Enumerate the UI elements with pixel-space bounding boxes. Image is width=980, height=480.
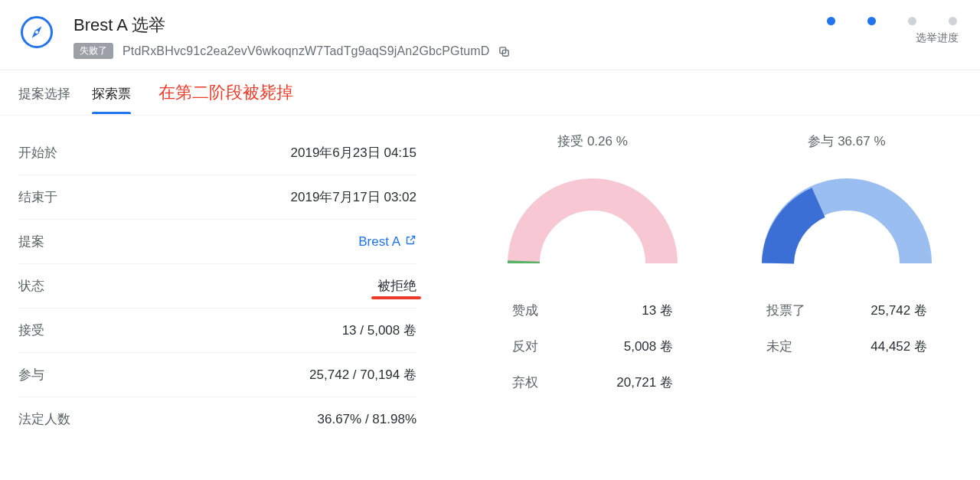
label-start: 开始於 <box>18 144 57 162</box>
progress-dot-1 <box>827 17 835 25</box>
row-end: 结束于 2019年7月17日 03:02 <box>18 175 416 220</box>
value-participate: 25,742 / 70,194 卷 <box>309 366 416 384</box>
app-logo <box>18 14 55 51</box>
label-proposal: 提案 <box>18 233 44 250</box>
accept-no-label: 反对 <box>512 338 538 355</box>
participate-voted-value: 25,742 卷 <box>871 302 927 319</box>
accept-abstain-label: 弃权 <box>512 374 538 391</box>
accept-no-value: 5,008 卷 <box>624 338 673 355</box>
accept-yes-label: 赞成 <box>512 302 538 319</box>
label-quorum: 法定人数 <box>18 410 70 428</box>
participate-voted-row: 投票了 25,742 卷 <box>766 292 927 328</box>
content-panel: 开始於 2019年6月23日 04:15 结束于 2019年7月17日 03:0… <box>0 115 980 459</box>
participate-chart-title: 参与 36.67 % <box>808 132 885 150</box>
election-progress: 选举进度 <box>827 17 962 45</box>
progress-label: 选举进度 <box>916 31 959 45</box>
value-start: 2019年6月23日 04:15 <box>291 144 416 162</box>
row-proposal: 提案 Brest A <box>18 220 416 264</box>
value-accept: 13 / 5,008 卷 <box>342 322 416 339</box>
row-start: 开始於 2019年6月23日 04:15 <box>18 131 416 175</box>
tab-proposal[interactable]: 提案选择 <box>18 72 70 113</box>
row-status: 状态 被拒绝 <box>18 264 416 309</box>
details-list: 开始於 2019年6月23日 04:15 结束于 2019年7月17日 03:0… <box>18 131 416 441</box>
tabs: 提案选择 探索票 在第二阶段被毙掉 <box>0 70 980 115</box>
accept-no-row: 反对 5,008 卷 <box>512 328 673 364</box>
external-link-icon <box>405 234 416 250</box>
participate-undecided-value: 44,452 卷 <box>871 338 927 355</box>
status-badge-failed: 失败了 <box>74 43 113 59</box>
accept-chart-title: 接受 0.26 % <box>557 132 628 150</box>
participate-undecided-row: 未定 44,452 卷 <box>766 328 927 364</box>
label-accept: 接受 <box>18 322 44 339</box>
value-end: 2019年7月17日 03:02 <box>291 188 416 206</box>
label-participate: 参与 <box>18 366 44 384</box>
progress-dot-3 <box>908 17 916 25</box>
label-end: 结束于 <box>18 188 57 206</box>
accept-chart: 接受 0.26 % 赞成 13 卷 反对 5,008 卷 <box>478 132 707 441</box>
participate-voted-label: 投票了 <box>766 302 805 319</box>
svg-point-0 <box>35 31 38 34</box>
page-title: Brest A 选举 <box>74 14 165 37</box>
accept-abstain-row: 弃权 20,721 卷 <box>512 364 673 400</box>
value-status: 被拒绝 <box>377 277 416 295</box>
participate-chart: 参与 36.67 % 投票了 25,742 卷 未定 44,452 卷 <box>732 132 962 441</box>
accept-yes-value: 13 卷 <box>642 302 673 319</box>
compass-icon <box>28 23 46 41</box>
accept-abstain-value: 20,721 卷 <box>616 374 673 391</box>
accept-gauge-icon <box>508 179 677 263</box>
copy-icon[interactable] <box>498 44 511 57</box>
label-status: 状态 <box>18 277 44 295</box>
value-proposal: Brest A <box>358 234 400 250</box>
progress-dot-2 <box>867 17 876 25</box>
row-accept: 接受 13 / 5,008 卷 <box>18 309 416 353</box>
row-participate: 参与 25,742 / 70,194 卷 <box>18 353 416 397</box>
value-quorum: 36.67% / 81.98% <box>318 412 416 427</box>
participate-gauge-icon <box>763 179 931 263</box>
progress-dot-4 <box>949 17 957 25</box>
page-header: Brest A 选举 失败了 PtdRxBHvc91c2ea2evV6wkoqn… <box>0 0 980 70</box>
row-quorum: 法定人数 36.67% / 81.98% <box>18 397 416 441</box>
tab-explore[interactable]: 探索票 <box>92 72 131 113</box>
charts-area: 接受 0.26 % 赞成 13 卷 反对 5,008 卷 <box>416 131 962 441</box>
link-proposal[interactable]: Brest A <box>358 234 416 250</box>
accept-yes-row: 赞成 13 卷 <box>512 292 673 328</box>
protocol-hash: PtdRxBHvc91c2ea2evV6wkoqnzW7TadTg9aqS9jA… <box>122 44 490 58</box>
participate-undecided-label: 未定 <box>766 338 792 355</box>
annotation-callout: 在第二阶段被毙掉 <box>158 81 293 104</box>
